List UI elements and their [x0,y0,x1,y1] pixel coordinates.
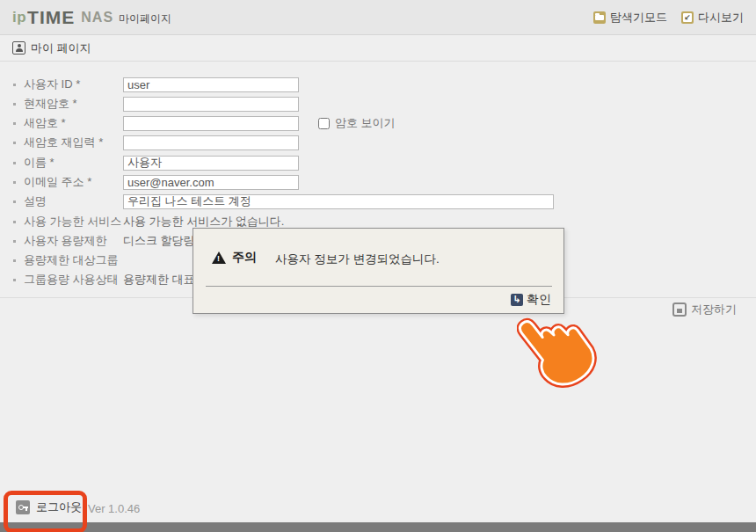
save-button[interactable]: 저장하기 [672,302,737,317]
logo-time: TIME [27,7,75,28]
user-id-label: 사용자 ID * [24,77,123,92]
review-label: 다시보기 [698,10,744,26]
user-id-input[interactable] [123,77,299,92]
logo-nas: NAS [81,10,113,26]
dialog-title: 주의 [232,250,257,266]
user-quota-value: 디스크 할당량 [123,233,195,249]
save-label: 저장하기 [691,302,737,317]
form-row-current-password: 현재암호 * [0,94,756,113]
user-quota-label: 사용자 용량제한 [24,233,123,249]
explorer-mode-label: 탐색기모드 [610,10,667,26]
retype-password-input[interactable] [123,135,299,150]
save-icon [672,302,687,317]
row-bullet [13,122,16,125]
top-links: 탐색기모드 ↙ 다시보기 [593,0,744,34]
confirm-arrow-icon: ↳ [511,294,523,306]
available-services-label: 사용 가능한 서비스 [24,214,123,230]
show-password-option: 암호 보이기 [318,115,396,131]
email-input[interactable] [123,175,299,190]
form-row-name: 이름 * [0,153,756,172]
description-input[interactable] [123,194,554,209]
logo-ip: ip [12,9,26,26]
page-title: 마이 페이지 [31,40,91,56]
show-password-checkbox[interactable] [318,118,330,129]
logout-button[interactable]: 로그아웃 [16,499,82,515]
row-bullet [13,84,16,86]
current-password-label: 현재암호 * [24,96,123,112]
pointer-hand-annotation [517,303,598,390]
top-bar: ipTIME NAS 마이페이지 탐색기모드 ↙ 다시보기 [0,0,756,35]
group-usage-label: 그룹용량 사용상태 [24,272,123,288]
person-icon [12,41,25,55]
folder-icon [593,11,606,24]
row-bullet [13,279,16,281]
row-bullet [13,103,16,106]
dialog-message: 사용자 정보가 변경되었습니다. [275,251,440,267]
redo-icon: ↙ [681,11,694,24]
form-row-description: 설명 [0,192,756,211]
show-password-label: 암호 보이기 [335,115,396,131]
dialog-title-row: ! 주의 [212,250,257,266]
confirm-label: 확인 [527,292,551,308]
logo-page-title: 마이페이지 [119,11,171,26]
review-button[interactable]: ↙ 다시보기 [681,10,744,26]
name-label: 이름 * [24,155,123,171]
new-password-label: 새암호 * [24,115,123,131]
logout-label: 로그아웃 [36,499,82,515]
row-bullet [13,162,16,164]
form-row-new-password: 새암호 * 암호 보이기 [0,113,756,133]
row-bullet [13,221,16,223]
name-input[interactable] [123,156,299,171]
row-bullet [13,181,16,184]
iptime-logo: ipTIME NAS 마이페이지 [12,0,171,34]
group-usage-value: 용량제한 대표. [123,272,198,288]
current-password-input[interactable] [123,97,299,112]
row-bullet [13,200,16,203]
explorer-mode-button[interactable]: 탐색기모드 [593,10,667,26]
version-text: Ver 1.0.46 [88,502,140,515]
notice-dialog: ! 주의 사용자 정보가 변경되었습니다. ↳ 확인 [193,228,564,314]
new-password-input[interactable] [123,116,299,131]
section-header: 마이 페이지 [0,35,756,62]
form-row-email: 이메일 주소 * [0,172,756,192]
row-bullet [13,240,16,243]
description-label: 설명 [24,193,123,209]
form-row-user-id: 사용자 ID * [0,75,756,94]
email-label: 이메일 주소 * [24,174,123,190]
quota-group-label: 용량제한 대상그룹 [24,252,123,268]
key-icon [16,500,30,514]
row-bullet [13,259,16,262]
retype-password-label: 새암호 재입력 * [24,135,123,150]
warning-icon: ! [212,251,226,264]
iptime-nas-mypage: { "topbar": { "logo_ip": "ip", "logo_tim… [0,0,756,532]
bottom-bar [0,522,756,532]
dialog-divider [206,286,552,287]
form-row-retype-password: 새암호 재입력 * [0,133,756,152]
row-bullet [13,142,16,144]
confirm-button[interactable]: ↳ 확인 [511,292,551,308]
